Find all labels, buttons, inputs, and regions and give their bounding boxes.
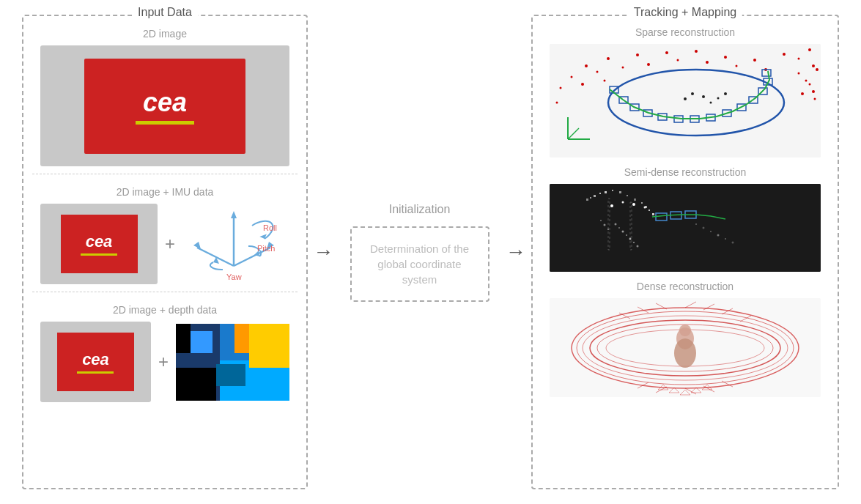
svg-point-37 xyxy=(706,61,709,64)
divider-2 xyxy=(32,292,298,292)
svg-point-38 xyxy=(736,65,738,67)
monitor-screen-1: cea xyxy=(84,59,245,154)
right-panel-title: Tracking + Mapping xyxy=(628,6,742,19)
svg-point-29 xyxy=(753,59,756,62)
svg-point-101 xyxy=(633,242,635,243)
plus-icon-1: + xyxy=(165,234,175,254)
svg-point-136 xyxy=(674,338,696,368)
semidense-svg xyxy=(550,184,821,272)
global-coord-text: global coordinate xyxy=(377,258,461,270)
svg-point-109 xyxy=(717,234,720,237)
svg-point-96 xyxy=(615,223,617,226)
monitor-screen-2: cea xyxy=(61,215,138,273)
svg-rect-22 xyxy=(550,44,821,158)
svg-point-114 xyxy=(632,203,635,206)
depth-svg xyxy=(176,324,289,401)
section3-label: 2D image + depth data xyxy=(113,304,217,316)
section2-label: 2D image + IMU data xyxy=(117,186,214,198)
svg-point-28 xyxy=(724,56,727,59)
cea-line-3 xyxy=(77,371,114,374)
svg-point-47 xyxy=(812,90,815,93)
svg-rect-86 xyxy=(634,199,636,201)
svg-rect-81 xyxy=(599,193,601,194)
svg-rect-20 xyxy=(191,331,213,353)
svg-rect-79 xyxy=(590,197,591,199)
svg-text:Roll: Roll xyxy=(263,223,277,232)
svg-point-64 xyxy=(691,92,694,95)
svg-point-137 xyxy=(679,325,691,336)
imu-diagram: Roll Pitch Yaw xyxy=(182,204,285,284)
sparse-label: Sparse reconstruction xyxy=(635,26,735,38)
svg-point-97 xyxy=(618,227,620,229)
svg-point-24 xyxy=(607,57,610,60)
svg-point-41 xyxy=(560,87,562,89)
svg-point-67 xyxy=(717,97,720,100)
dense-label: Dense reconstruction xyxy=(637,281,733,292)
left-panel-title: Input Data xyxy=(132,6,198,19)
svg-point-27 xyxy=(695,50,698,53)
svg-point-42 xyxy=(581,83,584,86)
monitor-image-3: cea xyxy=(40,322,151,402)
svg-text:Pitch: Pitch xyxy=(257,244,275,253)
svg-point-63 xyxy=(684,97,687,100)
monitor-screen-3: cea xyxy=(57,333,134,391)
svg-point-102 xyxy=(637,245,639,248)
svg-point-26 xyxy=(665,51,668,54)
svg-point-98 xyxy=(622,231,624,233)
svg-rect-18 xyxy=(176,368,216,401)
svg-point-104 xyxy=(604,224,606,226)
svg-point-43 xyxy=(604,80,606,82)
svg-point-66 xyxy=(710,102,712,104)
svg-point-36 xyxy=(677,59,679,62)
svg-rect-89 xyxy=(648,210,650,211)
svg-rect-19 xyxy=(176,324,191,353)
svg-point-111 xyxy=(732,242,734,244)
svg-point-74 xyxy=(809,84,811,86)
svg-point-75 xyxy=(801,92,804,95)
right-arrow-connector: → xyxy=(502,240,530,264)
svg-rect-87 xyxy=(641,202,643,204)
imu-row: cea + Roll xyxy=(40,204,289,284)
svg-point-108 xyxy=(710,231,712,232)
svg-point-106 xyxy=(695,223,697,225)
svg-point-46 xyxy=(556,102,558,104)
svg-point-113 xyxy=(622,201,624,204)
divider-1 xyxy=(32,174,298,174)
right-arrow-icon: → xyxy=(506,240,526,264)
section1-label: 2D image xyxy=(143,28,187,40)
svg-text:Yaw: Yaw xyxy=(226,273,242,281)
svg-point-107 xyxy=(703,227,705,229)
system-text: system xyxy=(402,273,437,286)
svg-point-115 xyxy=(644,207,646,209)
svg-point-40 xyxy=(798,58,800,60)
cea-logo-2: cea xyxy=(86,232,113,251)
svg-point-65 xyxy=(702,95,705,98)
svg-point-35 xyxy=(647,63,650,66)
svg-point-76 xyxy=(814,98,816,100)
depth-row: cea + xyxy=(40,322,289,402)
svg-point-100 xyxy=(629,238,632,240)
svg-rect-78 xyxy=(586,199,588,201)
dense-svg xyxy=(550,298,821,397)
svg-point-112 xyxy=(610,204,613,207)
cea-line-1 xyxy=(136,121,194,125)
svg-point-110 xyxy=(725,238,726,240)
init-label: Initialization xyxy=(389,203,451,216)
left-panel: Input Data 2D image cea 2D image + IMU d… xyxy=(22,15,308,489)
depth-image xyxy=(176,324,289,401)
svg-rect-82 xyxy=(605,191,607,193)
svg-point-33 xyxy=(596,71,599,73)
svg-rect-17 xyxy=(249,324,289,368)
cea-line-2 xyxy=(81,253,117,256)
semidense-label: Semi-dense reconstruction xyxy=(624,166,747,178)
svg-point-31 xyxy=(808,48,811,51)
svg-point-32 xyxy=(571,76,573,78)
svg-point-45 xyxy=(805,80,808,82)
svg-rect-83 xyxy=(612,190,613,191)
svg-rect-90 xyxy=(652,213,654,215)
sparse-image xyxy=(550,44,821,158)
svg-point-73 xyxy=(812,64,815,67)
svg-point-23 xyxy=(585,64,588,67)
imu-svg: Roll Pitch Yaw xyxy=(182,204,285,284)
init-box: Determination of the global coordinate s… xyxy=(350,226,489,302)
